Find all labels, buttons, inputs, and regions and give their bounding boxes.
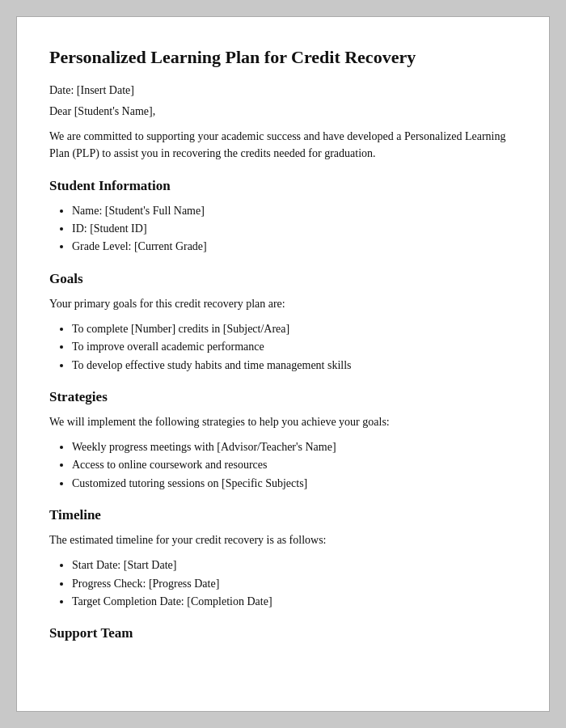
section-heading-student-information: Student Information (49, 178, 517, 194)
list-item: Customized tutoring sessions on [Specifi… (72, 475, 517, 493)
list-item: Name: [Student's Full Name] (72, 202, 517, 220)
section-student-information: Student Information Name: [Student's Ful… (49, 178, 517, 256)
list-item: Start Date: [Start Date] (72, 557, 517, 574)
section-heading-support-team: Support Team (49, 625, 517, 641)
list-item: Target Completion Date: [Completion Date… (72, 593, 517, 611)
student-info-list: Name: [Student's Full Name] ID: [Student… (72, 202, 517, 256)
list-item: Progress Check: [Progress Date] (72, 575, 517, 593)
section-heading-strategies: Strategies (49, 389, 517, 405)
goals-intro: Your primary goals for this credit recov… (49, 295, 517, 312)
list-item: To develop effective study habits and ti… (72, 357, 517, 375)
section-strategies: Strategies We will implement the followi… (49, 389, 517, 493)
strategies-intro: We will implement the following strategi… (49, 413, 517, 430)
intro-paragraph: We are committed to supporting your acad… (49, 128, 517, 162)
timeline-list: Start Date: [Start Date] Progress Check:… (72, 557, 517, 611)
greeting-line: Dear [Student's Name], (49, 105, 517, 118)
section-timeline: Timeline The estimated timeline for your… (49, 507, 517, 611)
section-goals: Goals Your primary goals for this credit… (49, 271, 517, 375)
list-item: Weekly progress meetings with [Advisor/T… (72, 438, 517, 456)
goals-list: To complete [Number] credits in [Subject… (72, 320, 517, 375)
section-heading-goals: Goals (49, 271, 517, 287)
list-item: To complete [Number] credits in [Subject… (72, 320, 517, 338)
strategies-list: Weekly progress meetings with [Advisor/T… (72, 438, 517, 493)
document-page: Personalized Learning Plan for Credit Re… (16, 16, 550, 712)
section-support-team: Support Team (49, 625, 517, 641)
timeline-intro: The estimated timeline for your credit r… (49, 531, 517, 548)
document-title: Personalized Learning Plan for Credit Re… (49, 46, 517, 70)
section-heading-timeline: Timeline (49, 507, 517, 523)
list-item: Grade Level: [Current Grade] (72, 238, 517, 256)
list-item: To improve overall academic performance (72, 338, 517, 356)
list-item: Access to online coursework and resource… (72, 456, 517, 474)
list-item: ID: [Student ID] (72, 220, 517, 238)
date-line: Date: [Insert Date] (49, 84, 517, 97)
